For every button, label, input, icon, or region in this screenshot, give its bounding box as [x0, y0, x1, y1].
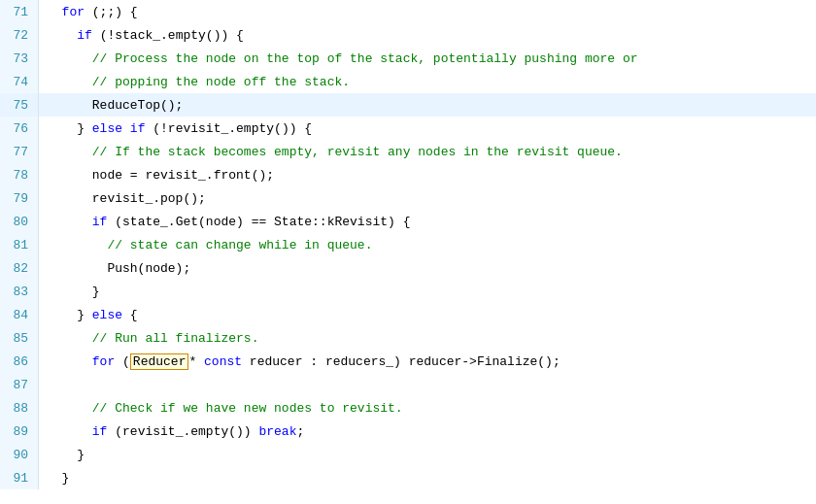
comment-81: // state can change while in queue. — [47, 238, 372, 252]
code-content-91: } — [39, 471, 69, 486]
line-number-86: 86 — [0, 350, 39, 373]
code-text — [122, 121, 130, 136]
comment-85: // Run all finalizers. — [47, 331, 258, 346]
code-content-86: for (Reducer* const reducer : reducers_)… — [39, 353, 561, 370]
code-text: { — [122, 308, 138, 322]
code-line-90: 90 } — [0, 443, 816, 466]
code-line-88: 88 // Check if we have new nodes to revi… — [0, 396, 816, 420]
code-text: ( — [115, 354, 130, 369]
line-number-88: 88 — [0, 396, 39, 420]
code-content-76: } else if (!revisit_.empty()) { — [39, 121, 312, 136]
keyword-for2: for — [92, 354, 115, 369]
line-number-79: 79 — [0, 186, 39, 210]
code-text: ReduceTop(); — [47, 98, 183, 113]
code-line-83: 83 } — [0, 280, 816, 303]
code-line-80: 80 if (state_.Get(node) == State::kRevis… — [0, 210, 816, 233]
code-content-89: if (revisit_.empty()) break; — [39, 424, 304, 439]
keyword-if2: if — [130, 121, 146, 136]
code-content-73: // Process the node on the top of the st… — [39, 51, 638, 66]
line-number-91: 91 — [0, 466, 39, 489]
code-text — [47, 354, 92, 369]
code-content-71: for (;;) { — [39, 5, 138, 19]
comment-77: // If the stack becomes empty, revisit a… — [47, 145, 623, 159]
reducer-highlight: Reducer — [130, 353, 189, 370]
code-line-85: 85 // Run all finalizers. — [0, 326, 816, 350]
comment-73: // Process the node on the top of the st… — [47, 51, 638, 66]
code-text — [47, 5, 62, 19]
code-text: * — [188, 354, 204, 369]
line-number-90: 90 — [0, 443, 39, 466]
code-text: revisit_.pop(); — [47, 191, 206, 206]
line-number-78: 78 — [0, 163, 39, 186]
code-line-87: 87 — [0, 373, 816, 396]
keyword-if3: if — [92, 215, 108, 229]
code-text: } — [47, 308, 92, 322]
code-line-72: 72 if (!stack_.empty()) { — [0, 23, 816, 47]
code-line-81: 81 // state can change while in queue. — [0, 233, 816, 256]
code-line-73: 73 // Process the node on the top of the… — [0, 47, 816, 70]
code-text: node = revisit_.front(); — [47, 168, 274, 183]
code-text: } — [47, 448, 85, 462]
code-text — [47, 28, 77, 43]
code-content-72: if (!stack_.empty()) { — [39, 28, 244, 43]
code-line-77: 77 // If the stack becomes empty, revisi… — [0, 140, 816, 163]
line-number-85: 85 — [0, 326, 39, 350]
code-content-77: // If the stack becomes empty, revisit a… — [39, 145, 623, 159]
keyword-if: if — [77, 28, 92, 43]
code-content-88: // Check if we have new nodes to revisit… — [39, 401, 403, 416]
code-line-78: 78 node = revisit_.front(); — [0, 163, 816, 186]
code-content-85: // Run all finalizers. — [39, 331, 258, 346]
line-number-82: 82 — [0, 256, 39, 280]
code-text: (!stack_.empty()) { — [92, 28, 244, 43]
keyword-else2: else — [92, 308, 122, 322]
code-editor: 71 for (;;) { 72 if (!stack_.empty()) { … — [0, 0, 816, 504]
code-content-83: } — [39, 285, 100, 299]
line-number-83: 83 — [0, 280, 39, 303]
code-text: Push(node); — [47, 261, 190, 276]
code-line-89: 89 if (revisit_.empty()) break; — [0, 420, 816, 443]
line-number-81: 81 — [0, 233, 39, 256]
code-line-71: 71 for (;;) { — [0, 0, 816, 23]
keyword-break: break — [258, 424, 296, 439]
line-number-75: 75 — [0, 93, 39, 117]
comment-88: // Check if we have new nodes to revisit… — [47, 401, 403, 416]
code-content-81: // state can change while in queue. — [39, 238, 372, 252]
code-text: ; — [296, 424, 304, 439]
keyword-const: const — [204, 354, 242, 369]
code-text — [47, 378, 54, 392]
code-content-79: revisit_.pop(); — [39, 191, 206, 206]
line-number-84: 84 — [0, 303, 39, 326]
line-number-89: 89 — [0, 420, 39, 443]
line-number-74: 74 — [0, 70, 39, 93]
code-line-74: 74 // popping the node off the stack. — [0, 70, 816, 93]
code-line-91: 91 } — [0, 466, 816, 489]
line-number-73: 73 — [0, 47, 39, 70]
code-line-79: 79 revisit_.pop(); — [0, 186, 816, 210]
code-line-82: 82 Push(node); — [0, 256, 816, 280]
code-text: reducer : reducers_) reducer->Finalize()… — [242, 354, 561, 369]
code-content-78: node = revisit_.front(); — [39, 168, 274, 183]
code-text: (state_.Get(node) == State::kRevisit) { — [107, 215, 410, 229]
code-content-75: ReduceTop(); — [39, 98, 183, 113]
code-text: } — [47, 471, 69, 486]
code-content-90: } — [39, 448, 85, 462]
code-text — [47, 215, 92, 229]
code-content-84: } else { — [39, 308, 138, 322]
code-text: (revisit_.empty()) — [107, 424, 258, 439]
line-number-72: 72 — [0, 23, 39, 47]
code-content-87 — [39, 378, 54, 392]
line-number-80: 80 — [0, 210, 39, 233]
keyword-if4: if — [92, 424, 108, 439]
keyword-for: for — [62, 5, 85, 19]
code-content-74: // popping the node off the stack. — [39, 75, 350, 89]
code-content-82: Push(node); — [39, 261, 190, 276]
code-content-80: if (state_.Get(node) == State::kRevisit)… — [39, 215, 410, 229]
code-line-75: 75 ReduceTop(); — [0, 93, 816, 117]
line-number-71: 71 — [0, 0, 39, 23]
line-number-76: 76 — [0, 117, 39, 140]
keyword-else: else — [92, 121, 122, 136]
code-line-86: 86 for (Reducer* const reducer : reducer… — [0, 350, 816, 373]
line-number-87: 87 — [0, 373, 39, 396]
code-line-76: 76 } else if (!revisit_.empty()) { — [0, 117, 816, 140]
code-text: (!revisit_.empty()) { — [145, 121, 312, 136]
